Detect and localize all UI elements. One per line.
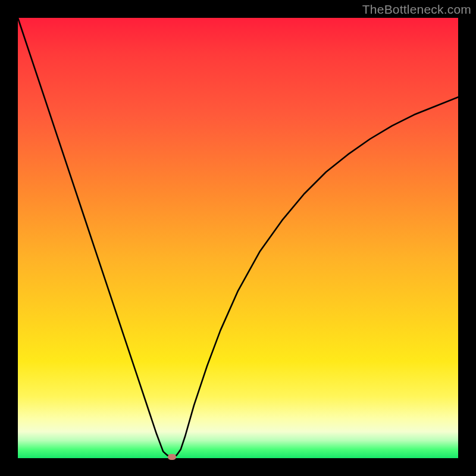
plot-area [18, 18, 458, 458]
chart-frame: TheBottleneck.com [0, 0, 476, 476]
optimal-point-marker [168, 454, 176, 460]
bottleneck-curve [18, 18, 458, 458]
watermark-text: TheBottleneck.com [362, 2, 471, 17]
